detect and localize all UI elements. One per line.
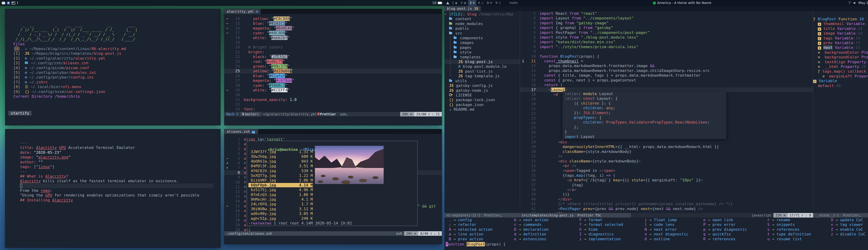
tree-item-templates[interactable]: │ templates <box>444 55 520 59</box>
startify-line[interactable]: / / -_) _ \/ / / /|_/ / _ `/ __/ / _ \ /… <box>9 32 220 37</box>
vista-item-thumbnail[interactable]: x thumbnail Variable:11 <box>813 21 868 26</box>
tree-item-readme-md[interactable]: ↓ README.md <box>444 107 520 112</box>
workspace-9[interactable]: 9♫ <box>494 0 502 6</box>
vista-item-image[interactable]: x image Variable:14 <box>813 31 868 36</box>
vista-item-default[interactable]: default:48 <box>813 83 868 88</box>
tree-item-package-lock-json[interactable]: {} package-lock.json <box>444 98 520 102</box>
tree-item-blog-post-module-less[interactable]: │ # blog-post.module.le <box>444 64 520 69</box>
tab-alacritty-yml[interactable]: alacritty.yml ⚙ <box>224 9 260 14</box>
file-row[interactable]: 9hMxcHr.jpg 4.1 M <box>248 197 417 202</box>
yaml-line[interactable]: 26 blue: "#61afef" <box>224 74 442 78</box>
vista-item-blogpost[interactable]: ƒ BlogPost Function:10 <box>813 17 868 21</box>
markdown-line[interactable]: author: "" <box>20 160 214 164</box>
file-row[interactable]: 6zS17Sj.jpg 4.96 M <box>248 188 417 192</box>
code-line[interactable]: 10function BlogPost(props) { <box>520 54 813 59</box>
code-line[interactable]: 12 props.data.markdownRemark.frontmatter… <box>520 63 813 68</box>
yaml-line[interactable]: 19 <box>224 40 442 45</box>
code-line[interactable]: 34 <span>Tagged in </span> <box>520 168 813 173</box>
code-line[interactable]: 4import { graphql } from "gatsby" <box>520 25 813 30</box>
markdown-line[interactable]: From the repo: <box>20 188 214 193</box>
markdown-line[interactable]: title: Alacritty GPU Accelerated Termina… <box>20 145 214 150</box>
discord-tray-icon[interactable] <box>2 2 5 4</box>
startify-line[interactable]: /_/|_/\__/\___/_/ /_/ /_/\_,_/\__/ /_//_… <box>9 37 220 41</box>
volume-icon[interactable] <box>853 2 856 4</box>
markdown-line[interactable] <box>20 184 214 188</box>
tree-item-style[interactable]: │ style <box>444 50 520 55</box>
code-line[interactable]: 30 className={style.markdownBody} <box>520 149 813 154</box>
yaml-line[interactable]: 21 bright: <box>224 50 442 54</box>
startify-line[interactable]: Files <box>9 42 220 46</box>
code-line[interactable]: 29 dangerouslySetInnerHTML={{ __html: pr… <box>520 144 813 149</box>
tree-item-components[interactable]: │ components <box>444 36 520 40</box>
yaml-line[interactable]: 22 black: "#5c6370" <box>224 54 442 59</box>
code-line[interactable]: 3import Img from "gatsby-image" <box>520 21 813 25</box>
vista-item-textalign[interactable]: ⚒ textAlign Property:25 <box>813 60 868 64</box>
file-row[interactable]: 07nEzQ3.jpg 1.86 M <box>248 192 417 197</box>
code-line[interactable]: 16 return ( <box>520 83 813 87</box>
tree-item-license[interactable]: LICENSE <box>444 93 520 98</box>
markdown-line[interactable]: ## Installing Alacritty <box>20 198 214 202</box>
tree-item-gatsby-node-js[interactable]: JS gatsby-node.js <box>444 88 520 93</box>
markdown-line[interactable]: date: "2020-05-23" <box>20 150 214 155</box>
vista-group-variable[interactable]: x Variable <box>813 79 868 83</box>
code-line[interactable]: 28 <div <box>520 140 813 144</box>
startify-line[interactable]: _ __ _ __ ___ __ ___ <box>9 23 220 27</box>
tree-item-gatsby-config-js[interactable]: JS gatsby-config.js <box>444 83 520 88</box>
yaml-line[interactable]: ~29 white: "#ECEFF4" <box>224 88 442 92</box>
file-row[interactable]: 30iNVBw.jpg 3.11 M <box>248 206 417 211</box>
tree-item-post-list-js[interactable]: │ JS post-list.js <box>444 69 520 74</box>
code-line[interactable]: 33 <br /> <box>520 164 813 168</box>
code-line[interactable]: 9 <box>520 49 813 54</box>
startify-item-8[interactable]: [8] ☰ ~/.local/bin/rofi-menu <box>9 84 220 89</box>
window-tray-icon[interactable] <box>12 2 15 4</box>
code-line[interactable]: 13 props.data.markdownRemark.frontmatter… <box>520 68 813 73</box>
code-line[interactable]: 36 <a href={`/${tag}`} key={i} style={{ … <box>520 178 813 183</box>
startify-item-6[interactable]: [6] ⚙ ~/.config/polybar/config.ini <box>9 75 220 80</box>
vista-item-tags-map[interactable]: ƒ tags.map() callback Functi <box>813 69 868 74</box>
file-row[interactable]: aghr5Ip.jpg 249 K <box>248 216 417 221</box>
yaml-line[interactable]: 31background_opacity: 1.0 <box>224 97 442 102</box>
now-playing[interactable]: America - A Horse with No Name <box>657 1 711 5</box>
markdown-line[interactable]: ## What is Alacritty? <box>20 174 214 178</box>
vista-item-backgroundcolor-2[interactable]: ⚒ backgroundColor Property: <box>813 55 868 59</box>
tree-item-blog-post-js[interactable]: │ JS blog-post.js <box>444 59 520 64</box>
wifi-icon[interactable] <box>848 2 851 4</box>
vista-item-html[interactable]: ⚒ __html Property:29 <box>813 64 868 69</box>
code-line[interactable]: 42 <PostPager prev={prev && prev.node} n… <box>520 206 813 211</box>
yaml-line[interactable]: 23 red: "#e06c75" <box>224 59 442 64</box>
vista-item-title[interactable]: x title Variable:14 <box>813 26 868 31</box>
alert-tray-icon[interactable]: ! <box>17 1 18 5</box>
markdown-line[interactable]: "Using the GPU for rendering enables opt… <box>20 193 214 197</box>
yaml-line[interactable]: 27 magenta: "#c678dd" <box>224 78 442 83</box>
file-perms[interactable]: -rwxrwxrwx 1 root root 4.14M 2020-05-14 … <box>248 221 417 225</box>
tree-item-content[interactable]: content <box>444 17 520 21</box>
vista-item-tags[interactable]: x tags Variable:14 <box>813 36 868 40</box>
markdown-line[interactable]: --- <box>20 141 214 145</box>
code-line[interactable]: 38 </a> <box>520 187 813 192</box>
startify-item-7[interactable]: [7] ⚙ ~/.zshrc <box>9 80 220 84</box>
vista-item-marginleft[interactable]: ⚒ marginLeft Property:36 <box>813 74 868 79</box>
startify-item-9[interactable]: [9] {} ~/.config/nvim/coc-settings.json <box>9 89 220 94</box>
yaml-line[interactable]: 20 # Bright colors <box>224 45 442 50</box>
code-line[interactable]: 6import style from "./blog-post.module.l… <box>520 35 813 39</box>
tree-item-src[interactable]: src <box>444 31 520 36</box>
code-line[interactable]: 8import "../style/themes/prism-darcula.l… <box>520 45 813 49</box>
workspace-4[interactable]: 4▢ <box>476 0 485 6</box>
markdown-line[interactable]: image: "alacritty.png" <box>20 155 214 160</box>
code-line[interactable]: 39 ))} <box>520 192 813 197</box>
yaml-line[interactable]: 28 cyan: "#56b6c2" <box>224 83 442 88</box>
startify-item-0[interactable]: [0] ↓ ~/Repos/blog/content/Linux/06-alac… <box>9 46 220 51</box>
startify-line[interactable]: Current Directory /home/chris <box>9 94 220 99</box>
yaml-line[interactable]: 24 green: "#98c379" <box>224 64 442 68</box>
tree-item-images[interactable]: │ images <box>444 40 520 45</box>
tree-item-node-modules[interactable]: node_modules <box>444 21 520 26</box>
code-line[interactable]: 32 <div className={style.markdownBody}> <box>520 159 813 164</box>
code-line[interactable]: 40 </div> <box>520 197 813 201</box>
yaml-line[interactable]: 30 <box>224 92 442 97</box>
markdown-line[interactable]: --- <box>20 169 214 174</box>
startify-item-5[interactable]: [5] ⚙ ~/.config/polybar/modules.ini <box>9 70 220 75</box>
code-line[interactable]: 35 {tags.map((tag, i) => ( <box>520 173 813 178</box>
bluetooth-tray-icon[interactable]: B <box>7 2 10 4</box>
code-line[interactable]: 41 {/* <Share title={title} url={url} pa… <box>520 201 813 206</box>
yaml-line[interactable]: ~15 blue: "#81A1C1" <box>224 21 442 26</box>
